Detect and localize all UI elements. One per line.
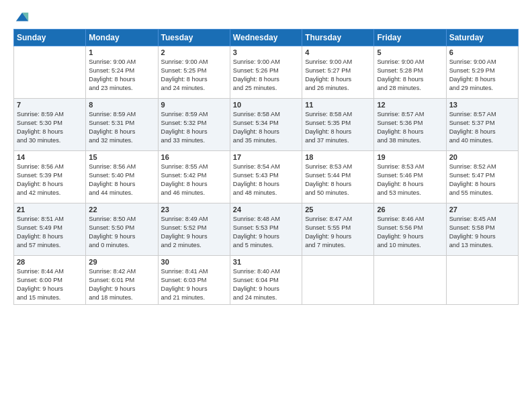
day-number: 3 — [233, 48, 299, 56]
day-number: 17 — [233, 153, 299, 161]
weekday-header-friday: Friday — [374, 30, 446, 46]
calendar-cell: 27Sunrise: 8:45 AM Sunset: 5:58 PM Dayli… — [446, 203, 518, 256]
day-info: Sunrise: 8:45 AM Sunset: 5:58 PM Dayligh… — [449, 215, 515, 250]
day-info: Sunrise: 8:57 AM Sunset: 5:37 PM Dayligh… — [449, 110, 515, 145]
weekday-header-thursday: Thursday — [302, 30, 374, 46]
day-number: 20 — [449, 153, 515, 161]
day-number: 13 — [449, 101, 515, 109]
day-number: 7 — [17, 101, 83, 109]
day-info: Sunrise: 8:59 AM Sunset: 5:30 PM Dayligh… — [17, 110, 83, 145]
day-number: 5 — [377, 48, 443, 56]
calendar-cell: 21Sunrise: 8:51 AM Sunset: 5:49 PM Dayli… — [14, 203, 86, 256]
calendar-cell: 19Sunrise: 8:53 AM Sunset: 5:46 PM Dayli… — [374, 151, 446, 203]
day-info: Sunrise: 9:00 AM Sunset: 5:26 PM Dayligh… — [233, 58, 299, 93]
weekday-header-saturday: Saturday — [446, 30, 518, 46]
calendar-cell: 31Sunrise: 8:40 AM Sunset: 6:04 PM Dayli… — [230, 256, 302, 305]
page: SundayMondayTuesdayWednesdayThursdayFrid… — [0, 0, 532, 411]
day-number: 26 — [377, 205, 443, 214]
day-info: Sunrise: 8:49 AM Sunset: 5:52 PM Dayligh… — [161, 215, 227, 250]
day-info: Sunrise: 8:46 AM Sunset: 5:56 PM Dayligh… — [377, 215, 443, 250]
weekday-header-monday: Monday — [86, 30, 158, 46]
calendar-week-row: 1Sunrise: 9:00 AM Sunset: 5:24 PM Daylig… — [14, 46, 519, 99]
calendar-cell — [374, 256, 446, 305]
day-number: 4 — [305, 48, 371, 56]
calendar-cell: 7Sunrise: 8:59 AM Sunset: 5:30 PM Daylig… — [14, 99, 86, 151]
calendar-cell — [14, 46, 86, 99]
day-info: Sunrise: 8:47 AM Sunset: 5:55 PM Dayligh… — [305, 215, 371, 250]
calendar-cell: 2Sunrise: 9:00 AM Sunset: 5:25 PM Daylig… — [158, 46, 230, 99]
day-info: Sunrise: 8:58 AM Sunset: 5:34 PM Dayligh… — [233, 110, 299, 145]
day-info: Sunrise: 8:51 AM Sunset: 5:49 PM Dayligh… — [17, 215, 83, 250]
calendar-cell: 20Sunrise: 8:52 AM Sunset: 5:47 PM Dayli… — [446, 151, 518, 203]
calendar-cell — [446, 256, 518, 305]
day-info: Sunrise: 8:53 AM Sunset: 5:46 PM Dayligh… — [377, 163, 443, 197]
calendar-cell — [302, 256, 374, 305]
day-info: Sunrise: 8:57 AM Sunset: 5:36 PM Dayligh… — [377, 110, 443, 145]
day-info: Sunrise: 9:00 AM Sunset: 5:27 PM Dayligh… — [305, 58, 371, 93]
calendar-cell: 23Sunrise: 8:49 AM Sunset: 5:52 PM Dayli… — [158, 203, 230, 256]
day-info: Sunrise: 9:00 AM Sunset: 5:24 PM Dayligh… — [89, 58, 154, 93]
day-info: Sunrise: 8:58 AM Sunset: 5:35 PM Dayligh… — [305, 110, 371, 145]
day-number: 8 — [89, 101, 154, 109]
day-info: Sunrise: 8:54 AM Sunset: 5:43 PM Dayligh… — [233, 163, 299, 197]
day-number: 30 — [161, 258, 227, 266]
calendar-cell: 4Sunrise: 9:00 AM Sunset: 5:27 PM Daylig… — [302, 46, 374, 99]
calendar-cell: 3Sunrise: 9:00 AM Sunset: 5:26 PM Daylig… — [230, 46, 302, 99]
calendar-cell: 6Sunrise: 9:00 AM Sunset: 5:29 PM Daylig… — [446, 46, 518, 99]
calendar-cell: 15Sunrise: 8:56 AM Sunset: 5:40 PM Dayli… — [86, 151, 158, 203]
calendar-cell: 13Sunrise: 8:57 AM Sunset: 5:37 PM Dayli… — [446, 99, 518, 151]
day-number: 23 — [161, 205, 227, 214]
day-number: 11 — [305, 101, 371, 109]
calendar-cell: 10Sunrise: 8:58 AM Sunset: 5:34 PM Dayli… — [230, 99, 302, 151]
day-number: 31 — [233, 258, 299, 266]
calendar-cell: 11Sunrise: 8:58 AM Sunset: 5:35 PM Dayli… — [302, 99, 374, 151]
day-info: Sunrise: 8:53 AM Sunset: 5:44 PM Dayligh… — [305, 163, 371, 197]
calendar-week-row: 21Sunrise: 8:51 AM Sunset: 5:49 PM Dayli… — [14, 203, 519, 256]
calendar-cell: 18Sunrise: 8:53 AM Sunset: 5:44 PM Dayli… — [302, 151, 374, 203]
day-info: Sunrise: 8:56 AM Sunset: 5:39 PM Dayligh… — [17, 163, 83, 197]
day-number: 24 — [233, 205, 299, 214]
weekday-header-wednesday: Wednesday — [230, 30, 302, 46]
day-number: 28 — [17, 258, 83, 266]
calendar-cell: 29Sunrise: 8:42 AM Sunset: 6:01 PM Dayli… — [86, 256, 158, 305]
weekday-header-row: SundayMondayTuesdayWednesdayThursdayFrid… — [14, 30, 519, 46]
calendar-cell: 28Sunrise: 8:44 AM Sunset: 6:00 PM Dayli… — [14, 256, 86, 305]
day-info: Sunrise: 8:42 AM Sunset: 6:01 PM Dayligh… — [89, 267, 154, 302]
day-number: 16 — [161, 153, 227, 161]
calendar-cell: 14Sunrise: 8:56 AM Sunset: 5:39 PM Dayli… — [14, 151, 86, 203]
day-number: 2 — [161, 48, 227, 56]
day-number: 15 — [89, 153, 154, 161]
day-number: 22 — [89, 205, 154, 214]
day-number: 14 — [17, 153, 83, 161]
calendar-cell: 8Sunrise: 8:59 AM Sunset: 5:31 PM Daylig… — [86, 99, 158, 151]
day-info: Sunrise: 8:52 AM Sunset: 5:47 PM Dayligh… — [449, 163, 515, 197]
calendar-cell: 5Sunrise: 9:00 AM Sunset: 5:28 PM Daylig… — [374, 46, 446, 99]
logo-icon — [15, 10, 30, 25]
day-info: Sunrise: 8:59 AM Sunset: 5:32 PM Dayligh… — [161, 110, 227, 145]
calendar-week-row: 28Sunrise: 8:44 AM Sunset: 6:00 PM Dayli… — [14, 256, 519, 305]
day-info: Sunrise: 8:41 AM Sunset: 6:03 PM Dayligh… — [161, 267, 227, 302]
day-number: 6 — [449, 48, 515, 56]
calendar-cell: 16Sunrise: 8:55 AM Sunset: 5:42 PM Dayli… — [158, 151, 230, 203]
calendar-cell: 9Sunrise: 8:59 AM Sunset: 5:32 PM Daylig… — [158, 99, 230, 151]
calendar-cell: 22Sunrise: 8:50 AM Sunset: 5:50 PM Dayli… — [86, 203, 158, 256]
logo — [13, 10, 30, 22]
calendar-cell: 25Sunrise: 8:47 AM Sunset: 5:55 PM Dayli… — [302, 203, 374, 256]
day-info: Sunrise: 9:00 AM Sunset: 5:29 PM Dayligh… — [449, 58, 515, 93]
day-number: 25 — [305, 205, 371, 214]
calendar-cell: 17Sunrise: 8:54 AM Sunset: 5:43 PM Dayli… — [230, 151, 302, 203]
day-number: 12 — [377, 101, 443, 109]
day-info: Sunrise: 8:44 AM Sunset: 6:00 PM Dayligh… — [17, 267, 83, 302]
day-number: 21 — [17, 205, 83, 214]
day-number: 18 — [305, 153, 371, 161]
calendar-table: SundayMondayTuesdayWednesdayThursdayFrid… — [13, 29, 519, 305]
day-info: Sunrise: 8:56 AM Sunset: 5:40 PM Dayligh… — [89, 163, 154, 197]
calendar-cell: 24Sunrise: 8:48 AM Sunset: 5:53 PM Dayli… — [230, 203, 302, 256]
header — [13, 10, 519, 22]
weekday-header-sunday: Sunday — [14, 30, 86, 46]
calendar-cell: 1Sunrise: 9:00 AM Sunset: 5:24 PM Daylig… — [86, 46, 158, 99]
day-info: Sunrise: 8:48 AM Sunset: 5:53 PM Dayligh… — [233, 215, 299, 250]
day-number: 29 — [89, 258, 154, 266]
day-info: Sunrise: 9:00 AM Sunset: 5:28 PM Dayligh… — [377, 58, 443, 93]
day-number: 27 — [449, 205, 515, 214]
